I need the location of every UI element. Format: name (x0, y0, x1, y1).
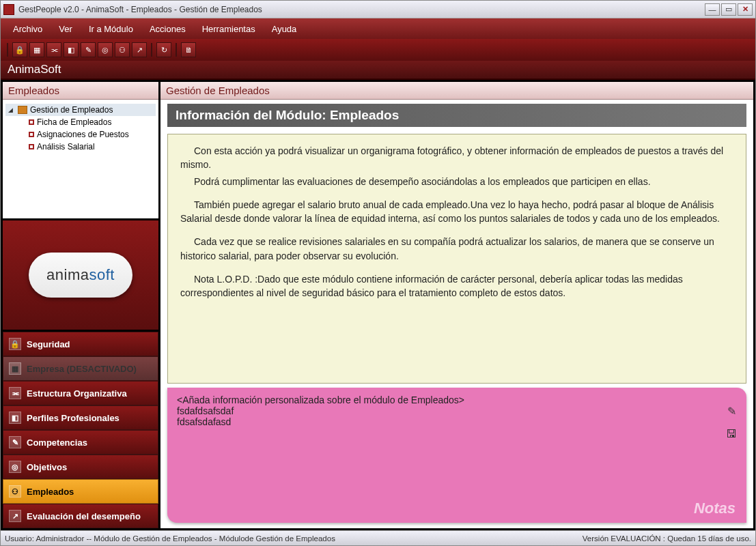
app-brand-header: AnimaSoft (1, 61, 755, 80)
logo-text: anima (46, 266, 89, 283)
info-paragraph: También puede agregar el salario bruto a… (180, 198, 733, 226)
toolbar-report-icon[interactable]: 🗎 (181, 42, 196, 57)
building-icon: ▦ (9, 362, 21, 375)
toolbar-profile-icon[interactable]: ◧ (64, 42, 79, 57)
info-paragraph: Con esta acción ya podrá visualizar un o… (180, 144, 733, 172)
nav-objetivos[interactable]: ◎Objetivos (3, 455, 158, 479)
chart-icon: ↗ (9, 510, 21, 522)
logo-panel: animasoft (3, 220, 158, 330)
tree-node-icon (29, 132, 34, 137)
nav-label: Seguridad (27, 339, 70, 349)
toolbar-refresh-icon[interactable]: ↻ (156, 42, 171, 57)
app-icon (3, 4, 14, 15)
menu-ayuda[interactable]: Ayuda (265, 21, 304, 37)
nav-seguridad[interactable]: 🔒Seguridad (3, 332, 158, 356)
app-window: GestPeople v2.0 - AnimaSoft - Empleados … (0, 0, 756, 546)
tree-root-label: Gestión de Empleados (30, 105, 113, 115)
save-note-icon[interactable]: 🖫 (723, 426, 740, 442)
notes-tools: ✎ 🖫 (723, 403, 740, 442)
notes-line: fsdafdsafsdaf (177, 405, 737, 416)
notes-label: Notas (694, 500, 736, 517)
nav-empleados[interactable]: ⚇Empleados (3, 479, 158, 504)
window-title: GestPeople v2.0 - AnimaSoft - Empleados … (18, 5, 705, 14)
info-paragraph: Nota L.O.P.D. :Dado que este módulo cont… (180, 272, 733, 300)
module-info-text[interactable]: Con esta acción ya podrá visualizar un o… (167, 134, 746, 384)
toolbar-target-icon[interactable]: ◎ (98, 42, 113, 57)
menu-acciones[interactable]: Acciones (143, 21, 193, 37)
tree-item-label: Asignaciones de Puestos (37, 130, 129, 139)
menubar: Archivo Ver Ir a Módulo Acciones Herrami… (1, 18, 755, 39)
tree-node-icon (29, 119, 34, 125)
tree-node-icon (29, 144, 34, 149)
toolbar: 🔒 ▦ ⫘ ◧ ✎ ◎ ⚇ ↗ ↻ 🗎 (1, 39, 755, 61)
nav-estructura[interactable]: ⫘Estructura Organizativa (3, 381, 158, 405)
maximize-button[interactable]: ▭ (721, 3, 736, 16)
menu-ir-a-modulo[interactable]: Ir a Módulo (82, 21, 140, 37)
info-paragraph: Podrá cumplimentar las evaluaciones de d… (180, 175, 733, 188)
tree-panel-title: Empleados (3, 82, 158, 100)
notes-line: fdsafsdafasd (177, 416, 737, 427)
nav-label: Competencias (27, 437, 87, 448)
logo-accent: soft (89, 266, 114, 283)
tree-item-label: Ficha de Empleados (37, 117, 111, 127)
nav-evaluacion[interactable]: ↗Evaluación del desempeño (3, 504, 158, 528)
toolbar-separator (151, 43, 152, 57)
nav-empresa[interactable]: ▦Empresa (DESACTIVADO) (3, 356, 158, 381)
module-title-bar: Información del Módulo: Empleados (167, 104, 746, 127)
statusbar: Usuario: Administrador -- Módulo de Gest… (1, 530, 755, 545)
toolbar-employees-icon[interactable]: ⚇ (115, 42, 130, 57)
toolbar-separator (7, 43, 8, 57)
content-header: Gestión de Empleados (160, 82, 753, 100)
minimize-button[interactable]: — (705, 3, 720, 16)
nav-perfiles[interactable]: ◧Perfiles Profesionales (3, 405, 158, 430)
toolbar-competency-icon[interactable]: ✎ (81, 42, 96, 57)
toolbar-separator (176, 43, 177, 57)
edit-note-icon[interactable]: ✎ (723, 403, 740, 419)
nav-label: Evaluación del desempeño (27, 511, 141, 521)
nav-label: Objetivos (27, 462, 67, 472)
profile-icon: ◧ (9, 412, 21, 424)
nav-label: Empresa (DESACTIVADO) (27, 364, 137, 374)
status-left: Usuario: Administrador -- Módulo de Gest… (5, 534, 583, 543)
tree-item-asignaciones[interactable]: Asignaciones de Puestos (5, 128, 156, 141)
nav-label: Estructura Organizativa (27, 388, 127, 399)
tree-expander-icon[interactable]: ◢ (8, 106, 15, 113)
info-paragraph: Cada vez que se realice revisiones salar… (180, 235, 733, 263)
nav-module-list: 🔒Seguridad ▦Empresa (DESACTIVADO) ⫘Estru… (3, 332, 158, 528)
people-icon: ⚇ (9, 485, 21, 498)
company-logo: animasoft (29, 253, 132, 298)
close-button[interactable]: ✕ (738, 3, 753, 16)
notes-panel[interactable]: <Añada información personalizada sobre e… (167, 388, 746, 523)
toolbar-building-icon[interactable]: ▦ (29, 42, 44, 57)
tree-item-ficha[interactable]: Ficha de Empleados (5, 116, 156, 128)
org-icon: ⫘ (9, 387, 21, 399)
sidebar: Empleados ◢ Gestión de Empleados Ficha d… (3, 82, 158, 528)
menu-archivo[interactable]: Archivo (6, 21, 49, 37)
tree-root-item[interactable]: ◢ Gestión de Empleados (5, 104, 156, 116)
toolbar-lock-icon[interactable]: 🔒 (12, 42, 27, 57)
tree-item-label: Análisis Salarial (37, 142, 95, 152)
nav-label: Empleados (27, 487, 74, 497)
lock-icon: 🔒 (9, 338, 21, 350)
target-icon: ◎ (9, 461, 21, 473)
nav-competencias[interactable]: ✎Competencias (3, 430, 158, 455)
toolbar-org-icon[interactable]: ⫘ (46, 42, 61, 57)
pencil-icon: ✎ (9, 436, 21, 448)
menu-herramientas[interactable]: Herramientas (195, 21, 262, 37)
menu-ver[interactable]: Ver (52, 21, 79, 37)
status-right: Versión EVALUACIÓN : Quedan 15 días de u… (583, 534, 751, 543)
notes-line: <Añada información personalizada sobre e… (177, 394, 737, 405)
content-area: Gestión de Empleados Información del Mód… (160, 82, 753, 528)
main-area: Empleados ◢ Gestión de Empleados Ficha d… (1, 80, 755, 530)
toolbar-eval-icon[interactable]: ↗ (132, 42, 147, 57)
nav-label: Perfiles Profesionales (27, 413, 120, 423)
titlebar[interactable]: GestPeople v2.0 - AnimaSoft - Empleados … (1, 1, 755, 18)
module-tree[interactable]: ◢ Gestión de Empleados Ficha de Empleado… (3, 100, 158, 218)
tree-item-analisis[interactable]: Análisis Salarial (5, 141, 156, 153)
tree-panel: Empleados ◢ Gestión de Empleados Ficha d… (3, 82, 158, 218)
tree-folder-icon (18, 106, 27, 114)
